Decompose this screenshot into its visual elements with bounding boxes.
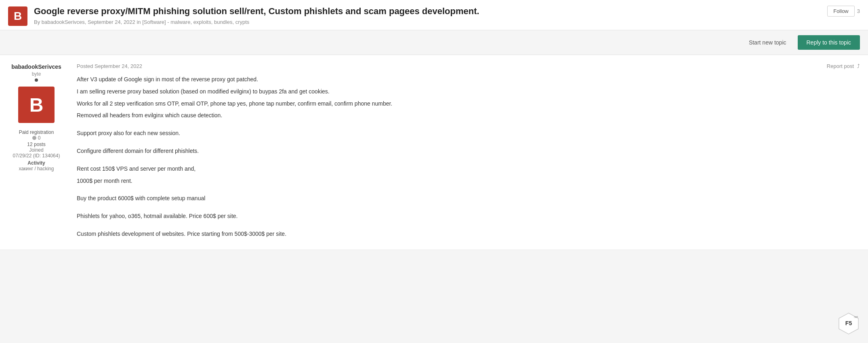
- post-line: I am selling reverse proxy based solutio…: [77, 87, 860, 97]
- author-status-dot: [35, 78, 38, 82]
- author-avatar: B: [18, 87, 55, 123]
- author-rep-value: 0: [38, 135, 41, 141]
- post-sidebar: babadookSerivces byte B Paid registratio…: [8, 63, 73, 241]
- header-content: Google reverse proxy/MITM phishing solut…: [34, 6, 821, 25]
- meta-date: September 24, 2022: [88, 19, 135, 25]
- post-line: Custom phishlets development of websites…: [77, 229, 860, 239]
- meta-category: [Software]: [142, 19, 166, 25]
- follow-count: 3: [857, 8, 860, 14]
- post-line: 1000$ per month rent.: [77, 176, 860, 186]
- author-badge: Paid registration: [19, 129, 54, 135]
- author-joined: Joined 07/29/22 (ID: 134064): [13, 147, 60, 159]
- post-line: Works for all 2 step verification sms OT…: [77, 99, 860, 109]
- posted-date: September 24, 2022: [95, 63, 142, 69]
- activity-value: хакинг / hacking: [19, 166, 54, 172]
- start-new-topic-button[interactable]: Start new topic: [744, 36, 791, 49]
- posted-label: Posted: [77, 63, 93, 69]
- share-icon[interactable]: ⤴: [857, 63, 860, 69]
- page-meta: By babadookSerivces, September 24, 2022 …: [34, 19, 821, 25]
- author-posts: 12 posts: [27, 142, 45, 147]
- report-post-link[interactable]: Report post: [827, 63, 854, 69]
- header-follow-area: Follow 3: [827, 6, 860, 17]
- post-body: Posted September 24, 2022 Report post ⤴ …: [73, 63, 860, 241]
- reply-to-topic-button[interactable]: Reply to this topic: [798, 35, 860, 50]
- joined-id: (ID: 134064): [33, 153, 60, 159]
- page-title: Google reverse proxy/MITM phishing solut…: [34, 6, 821, 17]
- meta-author[interactable]: babadookSerivces: [42, 19, 85, 25]
- activity-label: Activity: [27, 160, 45, 166]
- follow-button[interactable]: Follow: [827, 6, 855, 17]
- post-container: babadookSerivces byte B Paid registratio…: [0, 55, 868, 250]
- post-actions: Report post ⤴: [827, 63, 860, 69]
- post-line: Configure different domain for different…: [77, 146, 860, 156]
- joined-date: 07/29/22: [13, 153, 32, 159]
- post-line: After V3 update of Google sign in most o…: [77, 75, 860, 85]
- post-line: Support proxy also for each new session.: [77, 129, 860, 138]
- author-role: byte: [32, 71, 41, 77]
- author-rep: 0: [32, 135, 41, 141]
- header-avatar-icon: B: [8, 6, 27, 26]
- author-name: babadookSerivces: [11, 63, 61, 70]
- action-bar: Start new topic Reply to this topic: [0, 30, 868, 55]
- rep-dot-icon: [32, 136, 36, 140]
- page-header: B Google reverse proxy/MITM phishing sol…: [0, 0, 868, 30]
- meta-in: in: [137, 19, 141, 25]
- main-content: babadookSerivces byte B Paid registratio…: [0, 55, 868, 250]
- post-line: Rent cost 150$ VPS and server per month …: [77, 164, 860, 174]
- joined-label: Joined: [29, 147, 43, 153]
- post-line: Removed all headers from evilginx which …: [77, 111, 860, 121]
- meta-by: By: [34, 19, 40, 25]
- post-header-row: Posted September 24, 2022 Report post ⤴: [77, 63, 860, 69]
- post-line: Phishlets for yahoo, o365, hotmail avail…: [77, 212, 860, 221]
- post-text: After V3 update of Google sign in most o…: [77, 75, 860, 239]
- post-line: Buy the product 6000$ with complete setu…: [77, 194, 860, 203]
- meta-tags: - malware, exploits, bundles, crypts: [167, 19, 249, 25]
- post-date: Posted September 24, 2022: [77, 63, 142, 69]
